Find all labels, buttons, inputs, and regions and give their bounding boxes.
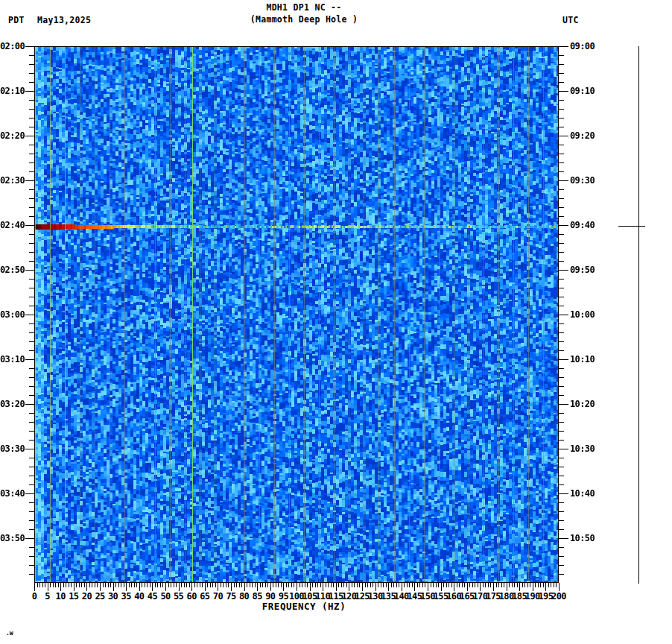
freq-axis-tick [121,583,121,587]
freq-axis-tick [60,583,61,591]
freq-axis-tick [179,583,180,591]
freq-axis-tick [145,583,145,587]
left-axis-label: 03:20 [0,400,25,409]
left-axis-tick [25,270,34,271]
freq-axis-tick [399,583,399,587]
right-axis-tick [559,449,568,449]
freq-axis-tick [540,583,541,587]
freq-axis-tick [174,583,174,587]
left-axis-label: 02:20 [0,131,25,141]
right-axis-label: 09:30 [570,176,595,186]
left-axis-tick [29,431,34,432]
freq-axis-tick [202,583,203,587]
freq-axis-tick [367,583,368,587]
right-axis-tick [559,538,568,539]
freq-axis-tick [69,583,69,587]
freq-axis-tick [152,583,153,591]
freq-axis-tick [343,583,344,587]
freq-axis-tick [100,583,101,591]
right-axis-tick [559,574,564,575]
freq-axis-tick [480,583,481,591]
left-axis-tick [29,458,34,458]
right-axis-tick [559,270,568,271]
left-axis-tick [29,207,34,208]
freq-axis-tick [524,583,525,587]
left-axis-tick [29,216,34,217]
freq-axis-tick [490,583,491,587]
left-axis-tick [29,547,34,548]
freq-axis-tick [239,583,240,587]
freq-axis-tick [519,583,520,591]
freq-axis-tick [538,583,539,587]
freq-axis-tick [39,583,40,587]
freq-axis-tick [126,583,127,591]
freq-axis-tick [346,583,347,587]
freq-axis-tick [443,583,444,587]
freq-axis-tick [124,583,124,587]
freq-axis-tick [115,583,116,587]
left-axis-tick [25,404,34,405]
left-axis-tick [25,538,34,539]
frequency-axis-title: FREQUENCY (HZ) [34,601,574,612]
freq-axis-tick [181,583,182,587]
freq-axis-tick [312,583,313,587]
freq-axis-tick [393,583,394,587]
left-axis-tick [29,145,34,145]
freq-axis-tick [197,583,197,587]
freq-axis-tick [147,583,148,587]
right-axis-tick [559,216,564,217]
freq-axis-tick [118,583,119,587]
freq-axis-tick [409,583,410,587]
left-axis-tick [29,323,34,324]
freq-axis-tick [448,583,449,587]
right-axis-tick [559,82,564,83]
freq-axis-tick [276,583,276,587]
freq-axis-tick [402,583,402,591]
right-axis-tick [559,440,564,441]
freq-axis-tick [501,583,502,587]
right-axis-tick [559,171,564,172]
freq-axis-tick [228,583,229,587]
freq-axis-tick [496,583,497,587]
freq-axis-tick [305,583,305,587]
freq-axis-tick [79,583,80,587]
freq-axis-tick [433,583,434,587]
freq-axis-tick [467,583,468,591]
spectrogram-image [35,47,558,582]
freq-axis-tick [527,583,528,587]
freq-axis-tick [412,583,413,587]
freq-axis-tick [142,583,142,587]
freq-axis-tick [396,583,397,587]
left-axis-tick [29,297,34,297]
right-axis-tick [559,261,564,262]
left-axis-label: 02:30 [0,176,25,186]
right-axis-tick [559,502,564,503]
right-axis-tick [559,306,564,306]
freq-axis-tick [53,583,54,587]
freq-axis-tick [97,583,98,587]
freq-axis-tick [150,583,150,587]
freq-axis-tick [551,583,551,587]
left-axis-tick [29,476,34,476]
freq-axis-tick [457,583,457,587]
freq-axis-tick [92,583,92,587]
freq-axis-tick [283,583,284,591]
freq-axis-tick [388,583,389,591]
left-axis-tick [29,529,34,530]
freq-axis-tick [530,583,530,587]
freq-axis-tick [483,583,484,587]
freq-axis-tick [162,583,163,587]
freq-axis-tick [507,583,507,591]
right-axis-tick [559,458,564,458]
freq-axis-tick [336,583,337,591]
freq-axis-tick [438,583,439,587]
freq-axis-tick [273,583,273,587]
freq-axis-tick [352,583,352,587]
right-axis-tick [559,136,568,136]
freq-axis-tick [171,583,171,587]
freq-axis-tick [221,583,221,587]
freq-axis-tick [341,583,342,587]
right-axis-tick [559,377,564,378]
freq-axis-tick [386,583,387,587]
freq-axis-tick [95,583,95,587]
